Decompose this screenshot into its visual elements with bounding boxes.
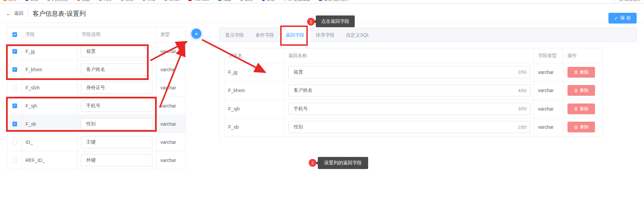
return-name-input[interactable] (288, 103, 531, 115)
field-type: varchar (156, 79, 186, 97)
table-row-cell (7, 79, 22, 97)
field-desc-input[interactable] (81, 45, 152, 57)
delete-button[interactable]: 删除 (567, 85, 595, 96)
bookmark-item[interactable]: 淘宝 (99, 0, 112, 2)
field-name: F_xb (22, 115, 78, 133)
bookmark-label: 地图 (223, 0, 231, 2)
row-checkbox[interactable] (12, 49, 17, 54)
bookmark-item[interactable]: 应用 (3, 0, 16, 2)
bookmark-item[interactable]: 百度 (25, 0, 38, 2)
bookmark-label: 百度 (30, 0, 38, 2)
page: 应用百度阿里巴巴搜索淘宝京东天猫GmailYouTube地图翻译百度17 好就知… (0, 0, 644, 208)
back-label: 返回 (14, 10, 23, 16)
table-row-cell (7, 42, 22, 60)
delete-button[interactable]: 删除 (567, 103, 595, 114)
select-all-checkbox[interactable] (12, 32, 17, 37)
field-desc-input[interactable] (81, 154, 152, 166)
trash-icon (574, 125, 578, 129)
bookmark-item[interactable]: 首页 法大软件 (319, 0, 349, 2)
return-fields-table: 字段名 返回名称 字段类型 操作 F_jg 2/50 varchar 删除 F_… (224, 48, 603, 136)
bookmark-favicon (240, 0, 243, 1)
tab-sort-fields[interactable]: 排序字段 (310, 28, 340, 42)
return-field-type: varchar (534, 100, 563, 118)
bookmark-item[interactable]: 百度 (262, 0, 275, 2)
field-type: varchar (156, 60, 186, 79)
field-type: varchar (156, 133, 186, 151)
bookmark-label: 京东 (126, 0, 134, 2)
row-checkbox[interactable] (12, 103, 17, 108)
field-desc-input[interactable] (81, 100, 152, 112)
trash-icon (574, 88, 578, 93)
field-type: varchar (156, 42, 186, 60)
bookmark-item[interactable]: Gmail (164, 0, 180, 2)
bookmark-label: 17 好就知道 (289, 0, 310, 2)
row-checkbox[interactable] (12, 158, 17, 163)
return-field-name: F_sjh (225, 100, 285, 118)
char-counter: 3/50 (518, 103, 527, 115)
move-to-return-fields-button[interactable]: » (191, 29, 201, 39)
tab-condition-fields[interactable]: 条件字段 (250, 28, 280, 42)
delete-button[interactable]: 删除 (567, 122, 595, 132)
tab-display-fields[interactable]: 显示字段 (219, 28, 250, 42)
field-desc-input[interactable] (81, 118, 152, 130)
field-desc-input[interactable] (81, 136, 152, 148)
bookmark-label: 百度 (267, 0, 275, 2)
bookmark-label: 应用 (8, 0, 16, 2)
bookmark-favicon (319, 0, 322, 1)
bookmark-label: 淘宝 (104, 0, 112, 2)
bookmark-item[interactable]: 17 好就知道 (284, 0, 310, 2)
field-desc-input[interactable] (81, 64, 152, 76)
bookmark-item[interactable]: 搜索 (77, 0, 90, 2)
delete-button[interactable]: 删除 (567, 67, 595, 78)
page-title: 客户信息表-设置列 (33, 9, 86, 18)
return-name-input[interactable] (288, 121, 531, 133)
row-checkbox[interactable] (12, 122, 17, 126)
bookmark-item[interactable]: 地图 (218, 0, 231, 2)
browser-bookmarks-bar: 应用百度阿里巴巴搜索淘宝京东天猫GmailYouTube地图翻译百度17 好就知… (0, 0, 644, 4)
bookmark-favicon (47, 0, 50, 1)
bookmark-favicon (120, 0, 124, 1)
reading-list-icon (620, 0, 623, 1)
bookmark-label: 阿里巴巴 (52, 0, 68, 2)
bookmark-favicon (99, 0, 102, 1)
reading-list-button[interactable]: 阅读清单 (614, 0, 641, 4)
column-header-type: 字段类型 (534, 48, 563, 63)
tab-custom-sql[interactable]: 自定义SQL (340, 28, 375, 42)
bookmark-item[interactable]: 京东 (120, 0, 134, 2)
row-checkbox[interactable] (12, 67, 17, 72)
bookmark-label: YouTube (193, 0, 209, 2)
return-field-type: varchar (534, 118, 563, 137)
bookmark-favicon (188, 0, 192, 1)
bookmark-favicon (218, 0, 221, 1)
field-desc-input[interactable] (81, 82, 152, 94)
table-row-cell (7, 97, 22, 115)
back-button[interactable]: ← 返回 (6, 9, 23, 18)
row-checkbox[interactable] (12, 140, 17, 144)
trash-icon (574, 70, 578, 74)
bookmark-item[interactable]: 天猫 (142, 0, 155, 2)
bookmark-item[interactable]: 翻译 (240, 0, 253, 2)
reading-list-label: 阅读清单 (625, 0, 641, 2)
table-row-cell (7, 133, 22, 151)
row-checkbox[interactable] (12, 85, 17, 90)
field-type: varchar (156, 151, 186, 169)
bookmark-favicon (142, 0, 146, 1)
bookmark-item[interactable]: YouTube (188, 0, 209, 2)
bookmark-favicon (284, 0, 287, 1)
column-header-action: 操作 (563, 48, 603, 63)
tab-return-fields[interactable]: 返回字段 (280, 28, 310, 42)
field-name: F_jg (22, 42, 78, 60)
char-counter: 2/50 (518, 66, 527, 78)
bookmark-label: Gmail (169, 0, 180, 2)
bookmark-item[interactable]: 阿里巴巴 (47, 0, 68, 2)
return-name-input[interactable] (288, 66, 531, 78)
return-field-name: F_jg (225, 63, 285, 82)
save-button[interactable]: ✓ 保 存 (608, 13, 637, 24)
column-header-return-name: 返回名称 (285, 48, 534, 63)
step-2-tooltip: 设置列的返回字段 (318, 157, 368, 169)
return-name-input[interactable] (288, 84, 531, 96)
char-counter: 4/50 (518, 84, 527, 96)
trash-icon (574, 107, 578, 111)
bookmark-favicon (164, 0, 167, 1)
return-field-name: F_xb (225, 118, 285, 137)
